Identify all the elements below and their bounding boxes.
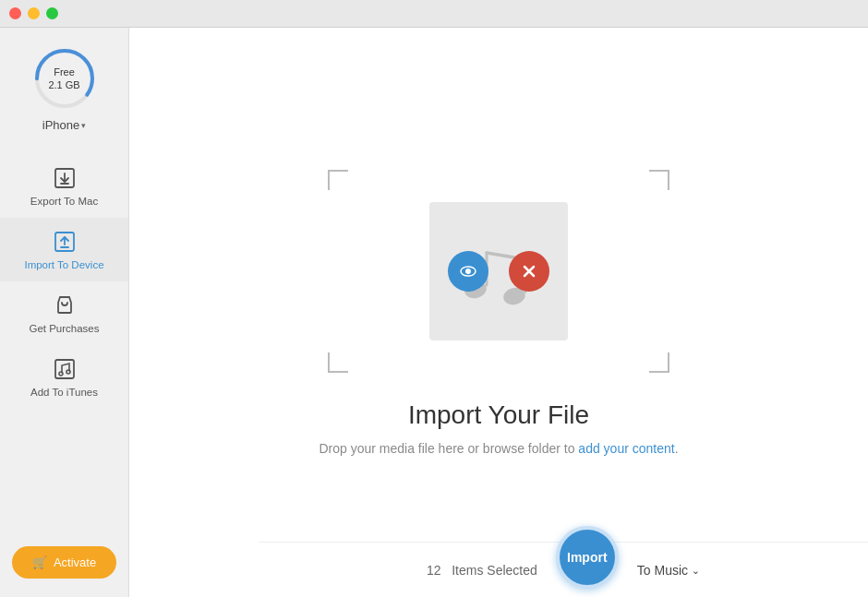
itunes-icon (52, 356, 78, 382)
corner-tl (328, 170, 348, 190)
sidebar-item-add-to-itunes[interactable]: Add To iTunes (0, 345, 128, 409)
to-music-select[interactable]: To Music ⌃ (637, 563, 700, 578)
minimize-button[interactable] (28, 7, 40, 19)
import-button[interactable]: Import (556, 526, 619, 589)
chevron-up-icon: ⌃ (692, 564, 700, 576)
main-content: Import Your File Drop your media file he… (129, 28, 868, 597)
sidebar-item-get-purchases[interactable]: Get Purchases (0, 281, 128, 345)
corner-bl (328, 352, 348, 373)
svg-point-10 (66, 370, 70, 374)
device-name[interactable]: iPhone ▾ (42, 118, 86, 132)
nav-items: Export To Mac Import To Device (0, 154, 128, 546)
titlebar (0, 0, 868, 28)
storage-circle: Free 2.1 GB (32, 46, 97, 111)
device-info: Free 2.1 GB iPhone ▾ (32, 46, 97, 132)
purchases-icon (52, 293, 78, 318)
svg-rect-8 (55, 360, 74, 378)
sidebar-item-label: Get Purchases (29, 323, 99, 334)
import-subtitle: Drop your media file here or browse fold… (319, 441, 678, 456)
sidebar: Free 2.1 GB iPhone ▾ (0, 28, 129, 597)
music-note-area (448, 230, 549, 313)
corner-tr (649, 170, 669, 190)
device-chevron-icon: ▾ (81, 121, 86, 130)
items-selected-text: 12 Items Selected (427, 563, 537, 578)
app-body: Free 2.1 GB iPhone ▾ (0, 28, 868, 597)
sidebar-item-label: Import To Device (24, 259, 103, 270)
import-title: Import Your File (408, 400, 589, 430)
drop-zone[interactable] (328, 170, 669, 373)
storage-text: Free 2.1 GB (48, 66, 79, 92)
sidebar-item-import-to-device[interactable]: Import To Device (0, 218, 128, 281)
sidebar-item-export-to-mac[interactable]: Export To Mac (0, 154, 128, 218)
music-thumbnail (429, 202, 568, 340)
maximize-button[interactable] (46, 7, 58, 19)
preview-button[interactable] (448, 251, 488, 292)
svg-point-17 (465, 269, 471, 274)
import-icon (52, 229, 78, 255)
svg-point-9 (59, 372, 63, 376)
export-icon (52, 165, 78, 191)
add-content-link[interactable]: add your content (578, 441, 674, 456)
drop-zone-corners (328, 170, 669, 373)
sidebar-item-label: Add To iTunes (30, 387, 98, 398)
bottom-bar: 12 Items Selected Import To Music ⌃ (259, 542, 868, 597)
corner-br (649, 352, 669, 373)
sidebar-item-label: Export To Mac (30, 196, 98, 207)
remove-button[interactable] (509, 251, 549, 292)
close-button[interactable] (9, 7, 21, 19)
cart-icon: 🛒 (32, 555, 47, 569)
activate-button[interactable]: 🛒 Activate (12, 546, 116, 579)
